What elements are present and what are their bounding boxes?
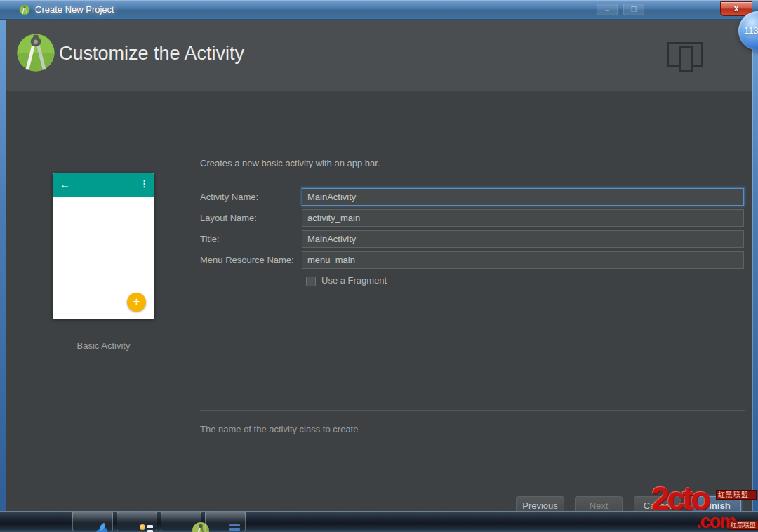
create-new-project-dialog: Customize the Activity ← ⋮ + Basic Activ… [6, 20, 752, 532]
android-studio-window-icon [19, 4, 30, 15]
android-studio-logo-icon [15, 32, 56, 73]
site-watermark: 2cto 红黑联盟 .com 红黑联盟 [651, 486, 758, 532]
title-label: Title: [200, 230, 220, 248]
use-fragment-label: Use a Fragment [321, 275, 387, 286]
wizard-header: Customize the Activity [6, 20, 752, 91]
menu-resource-name-input[interactable] [302, 251, 744, 269]
fab-add-icon: + [127, 293, 146, 312]
window-title: Create New Project [35, 4, 114, 15]
watermark-cn-tag-2: 红黑联盟 [729, 521, 758, 530]
use-fragment-checkbox[interactable] [306, 277, 316, 286]
taskbar-button-media-app[interactable] [117, 512, 157, 531]
title-input[interactable] [302, 230, 744, 248]
preview-appbar: ← ⋮ [53, 173, 154, 197]
divider [200, 410, 745, 411]
minimize-button[interactable]: – [597, 4, 618, 15]
maximize-button[interactable]: ❒ [623, 4, 644, 15]
field-hint-text: The name of the activity class to create [200, 424, 358, 434]
phone-tablet-icon [667, 41, 705, 73]
taskbar-button-android-studio[interactable] [161, 512, 201, 531]
template-description: Creates a new basic activity with an app… [200, 158, 380, 168]
windows-taskbar: ♪ S ▼ ▲ ✓ [0, 511, 758, 532]
menu-resource-name-label: Menu Resource Name: [200, 251, 294, 269]
page-title: Customize the Activity [59, 43, 244, 65]
template-name-label: Basic Activity [53, 340, 154, 351]
activity-preview-card: ← ⋮ + [53, 173, 154, 319]
window-titlebar: Create New Project – ❒ x [0, 0, 758, 20]
taskbar-button-notes-app[interactable] [205, 512, 246, 531]
layout-name-label: Layout Name: [200, 209, 257, 227]
activity-name-label: Activity Name: [200, 188, 258, 206]
activity-name-input[interactable] [302, 188, 744, 206]
back-arrow-icon: ← [60, 178, 70, 190]
overflow-menu-icon: ⋮ [140, 178, 149, 189]
layout-name-input[interactable] [302, 209, 744, 227]
watermark-brand: 2cto [651, 481, 708, 514]
watermark-cn-tag-1: 红黑联盟 [716, 490, 757, 500]
taskbar-button-xunlei[interactable] [72, 512, 113, 531]
